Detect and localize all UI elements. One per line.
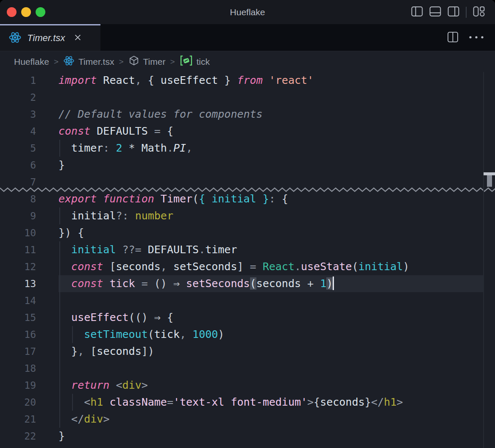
line-number[interactable]: 5 bbox=[0, 140, 36, 157]
line-number[interactable]: 22 bbox=[0, 428, 36, 445]
breadcrumb-project-label: Hueflake bbox=[14, 57, 49, 67]
breadcrumb-item-file[interactable]: Timer.tsx bbox=[63, 55, 114, 69]
line-number[interactable]: 4 bbox=[0, 123, 36, 140]
code-line-5[interactable]: 5 timer: 2 * Math.PI, bbox=[0, 140, 495, 157]
code-line-22[interactable]: 22} bbox=[0, 428, 495, 445]
scrollbar-track-border bbox=[483, 72, 484, 448]
split-pane-button[interactable] bbox=[447, 31, 459, 44]
line-number[interactable]: 14 bbox=[0, 292, 36, 309]
code-text: const [seconds, setSeconds] = React.useS… bbox=[58, 258, 409, 275]
code-line-9[interactable]: 9 initial?: number bbox=[0, 207, 495, 224]
method-icon bbox=[180, 55, 193, 68]
code-line-14[interactable]: 14 bbox=[0, 292, 495, 309]
code-line-4[interactable]: 4const DEFAULTS = { bbox=[0, 123, 495, 140]
code-line-10[interactable]: 10}) { bbox=[0, 224, 495, 241]
breadcrumb-separator: > bbox=[54, 57, 58, 66]
code-text: <h1 className='text-xl font-medium'>{sec… bbox=[58, 394, 403, 411]
line-number[interactable]: 19 bbox=[0, 377, 36, 394]
code-line-17[interactable]: 17 }, [seconds]) bbox=[0, 343, 495, 360]
code-line-15[interactable]: 15 useEffect(() ⇒ { bbox=[0, 309, 495, 326]
indent-guide bbox=[59, 292, 60, 309]
app-window: Hueflake bbox=[0, 0, 495, 448]
line-number[interactable]: 11 bbox=[0, 241, 36, 258]
line-number[interactable]: 6 bbox=[0, 157, 36, 174]
window-layout-button[interactable] bbox=[473, 6, 485, 18]
code-text: </div> bbox=[58, 411, 109, 428]
code-line-20[interactable]: 20 <h1 className='text-xl font-medium'>{… bbox=[0, 394, 495, 411]
line-number[interactable]: 16 bbox=[0, 326, 36, 343]
titlebar-actions bbox=[411, 0, 485, 24]
code-lines: 1import React, { useEffect } from 'react… bbox=[0, 72, 495, 445]
more-icon bbox=[469, 34, 484, 41]
breadcrumb-item-symbol[interactable]: Timer bbox=[128, 55, 166, 68]
zoom-window-button[interactable] bbox=[36, 7, 45, 17]
breadcrumb-member-label: tick bbox=[197, 57, 210, 67]
code-text: } bbox=[58, 157, 65, 174]
code-text: timer: 2 * Math.PI, bbox=[58, 140, 192, 157]
code-line-21[interactable]: 21 </div> bbox=[0, 411, 495, 428]
code-line-8[interactable]: 8export function Timer({ initial }: { bbox=[0, 191, 495, 207]
editor-pane: Hueflake > Timer.tsx > Timer > bbox=[0, 51, 495, 448]
line-number[interactable]: 12 bbox=[0, 258, 36, 275]
close-icon bbox=[74, 33, 82, 43]
line-number[interactable]: 13 bbox=[0, 275, 36, 292]
code-text: // Default values for components bbox=[58, 106, 263, 123]
line-number[interactable]: 8 bbox=[0, 191, 36, 207]
split-pane-icon bbox=[447, 31, 459, 44]
code-line-11[interactable]: 11 initial ??= DEFAULTS.timer bbox=[0, 241, 495, 258]
breadcrumb-symbol-label: Timer bbox=[143, 57, 166, 67]
code-editor[interactable]: 1import React, { useEffect } from 'react… bbox=[0, 72, 495, 445]
toggle-right-dock-button[interactable] bbox=[448, 6, 459, 18]
breadcrumb-item-member[interactable]: tick bbox=[180, 55, 210, 68]
indent-guide bbox=[59, 360, 60, 377]
code-text: } bbox=[58, 428, 65, 445]
code-line-19[interactable]: 19 return <div> bbox=[0, 377, 495, 394]
code-text: initial ??= DEFAULTS.timer bbox=[58, 241, 237, 258]
toggle-left-dock-button[interactable] bbox=[411, 6, 423, 18]
line-number[interactable]: 2 bbox=[0, 89, 36, 106]
window-layout-icon bbox=[473, 6, 485, 18]
code-line-1[interactable]: 1import React, { useEffect } from 'react… bbox=[0, 72, 495, 89]
breadcrumb-file-label: Timer.tsx bbox=[78, 57, 114, 67]
code-line-6[interactable]: 6} bbox=[0, 157, 495, 174]
scrollbar-marker-stem[interactable] bbox=[487, 175, 492, 187]
code-line-16[interactable]: 16 setTimeout(tick, 1000) bbox=[0, 326, 495, 343]
code-line-2[interactable]: 2 bbox=[0, 89, 495, 106]
code-text: useEffect(() ⇒ { bbox=[58, 309, 173, 326]
line-number[interactable]: 18 bbox=[0, 360, 36, 377]
dock-right-icon bbox=[448, 6, 459, 18]
tab-timer-tsx[interactable]: Timer.tsx bbox=[0, 24, 100, 51]
react-icon bbox=[8, 31, 22, 46]
code-text: initial?: number bbox=[58, 207, 173, 224]
traffic-lights bbox=[7, 7, 45, 17]
code-line-13[interactable]: 13 const tick = () ⇒ setSeconds(seconds … bbox=[0, 275, 495, 292]
code-line-3[interactable]: 3// Default values for components bbox=[0, 106, 495, 123]
code-line-12[interactable]: 12 const [seconds, setSeconds] = React.u… bbox=[0, 258, 495, 275]
more-menu-button[interactable] bbox=[469, 34, 484, 41]
line-number[interactable]: 21 bbox=[0, 411, 36, 428]
line-number[interactable]: 10 bbox=[0, 224, 36, 241]
code-text: return <div> bbox=[58, 377, 148, 394]
tab-close-button[interactable] bbox=[74, 33, 82, 43]
breadcrumb: Hueflake > Timer.tsx > Timer > bbox=[0, 51, 495, 72]
code-text: export function Timer({ initial }: { bbox=[58, 191, 288, 207]
code-line-18[interactable]: 18 bbox=[0, 360, 495, 377]
line-number[interactable]: 3 bbox=[0, 106, 36, 123]
scrollbar-marker[interactable] bbox=[484, 172, 495, 175]
minimize-window-button[interactable] bbox=[21, 7, 31, 17]
line-number[interactable]: 17 bbox=[0, 343, 36, 360]
code-text: }) { bbox=[58, 224, 84, 241]
breadcrumb-item-project[interactable]: Hueflake bbox=[14, 57, 49, 67]
toggle-bottom-dock-button[interactable] bbox=[429, 6, 441, 18]
code-text: const tick = () ⇒ setSeconds(seconds + 1… bbox=[58, 275, 334, 292]
line-number[interactable]: 9 bbox=[0, 207, 36, 224]
tab-bar: Timer.tsx bbox=[0, 24, 495, 51]
line-number[interactable]: 15 bbox=[0, 309, 36, 326]
line-number[interactable]: 1 bbox=[0, 72, 36, 89]
line-number[interactable]: 20 bbox=[0, 394, 36, 411]
breadcrumb-separator: > bbox=[170, 57, 175, 66]
close-window-button[interactable] bbox=[7, 7, 17, 17]
code-text: const DEFAULTS = { bbox=[58, 123, 173, 140]
titlebar: Hueflake bbox=[0, 0, 495, 24]
dock-left-icon bbox=[411, 6, 423, 18]
